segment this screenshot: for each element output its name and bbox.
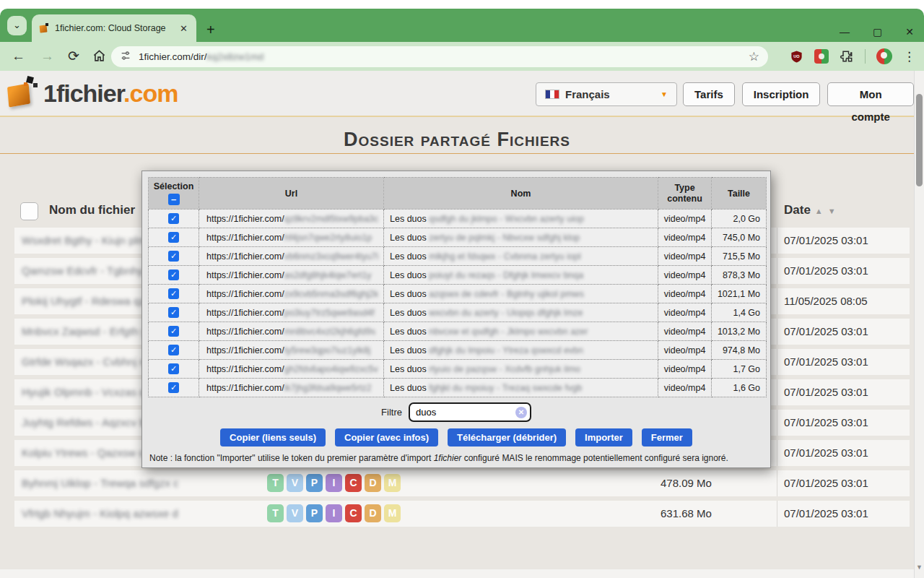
badge-p-icon[interactable]: P [306, 504, 323, 522]
new-tab-button[interactable]: + [206, 22, 215, 38]
modal-table-row: ✓ https://1fichier.com/zx9cvb5nma3sdf6gh… [149, 285, 767, 303]
row-name: Les duos rtyuio de pazqsw - Xcdvfb gnhju… [384, 360, 658, 379]
site-favicon-icon [39, 23, 49, 33]
selection-column-header: Sélection– [149, 178, 199, 210]
modal-table-row: ✓ https://1fichier.com/as2dfg8hjk4lqw7er… [149, 266, 767, 285]
badge-c-icon[interactable]: C [345, 474, 362, 492]
scrollbar-thumb[interactable] [916, 94, 923, 186]
select-all-indeterminate-checkbox[interactable]: – [168, 194, 180, 205]
row-checkbox-checked[interactable]: ✓ [168, 251, 179, 262]
row-name: Les duos fghjkl du mpoiuy - Trezaq swxcd… [384, 379, 658, 397]
file-name-redacted: Byhnmj Uiklop - Trewqa sdfgzx c [22, 477, 179, 489]
row-checkbox-checked[interactable]: ✓ [168, 345, 179, 355]
copy-with-info-button[interactable]: Copier (avec infos) [335, 428, 438, 447]
filter-row: Filtre ✕ [142, 402, 770, 422]
site-logo[interactable]: 1fichier.com [6, 75, 178, 111]
links-table-header: Sélection– Url Nom Type contenu Taille [149, 178, 767, 210]
badge-d-icon[interactable]: D [365, 474, 381, 492]
badge-i-icon[interactable]: I [326, 504, 342, 522]
row-content-type: video/mp4 [658, 247, 712, 266]
modal-table-row: ✓ https://1fichier.com/vb6nmz3xcq9wer4ty… [149, 247, 767, 266]
row-checkbox-checked[interactable]: ✓ [168, 307, 179, 318]
home-icon[interactable] [92, 49, 106, 67]
badge-v-icon[interactable]: V [287, 504, 303, 522]
maximize-button[interactable]: ▢ [873, 26, 882, 38]
badge-t-icon[interactable]: T [267, 474, 284, 492]
badge-d-icon[interactable]: D [365, 504, 381, 522]
badge-m-icon[interactable]: M [384, 504, 401, 522]
row-checkbox-checked[interactable]: ✓ [168, 382, 179, 393]
file-date: 11/05/2025 08:05 [784, 295, 868, 307]
badge-i-icon[interactable]: I [326, 474, 342, 492]
extension-face-icon[interactable] [814, 49, 829, 64]
inscription-button[interactable]: Inscription [742, 82, 821, 106]
page-scrollbar[interactable]: ▼ [914, 71, 924, 578]
filter-input[interactable] [409, 402, 531, 422]
row-checkbox-checked[interactable]: ✓ [168, 326, 179, 337]
tarifs-button[interactable]: Tarifs [683, 82, 735, 106]
row-checkbox-checked[interactable]: ✓ [168, 269, 179, 280]
badge-t-icon[interactable]: T [267, 504, 284, 522]
menu-dots-icon[interactable]: ⋮ [903, 49, 915, 64]
badge-c-icon[interactable]: C [345, 504, 362, 522]
profile-avatar[interactable] [876, 48, 892, 64]
row-content-type: video/mp4 [658, 303, 712, 322]
row-url: https://1fichier.com/as2dfg8hjk4lqw7ert1… [199, 266, 384, 285]
minimize-button[interactable]: — [840, 26, 850, 38]
badge-v-icon[interactable]: V [287, 474, 303, 492]
close-modal-button[interactable]: Fermer [642, 428, 692, 447]
modal-buttons: Copier (liens seuls) Copier (avec infos)… [142, 428, 770, 447]
date-column-header[interactable]: Date▲ ▼ [784, 203, 837, 217]
select-all-checkbox[interactable] [20, 202, 38, 220]
mon-compte-button[interactable]: Mon compte [827, 82, 914, 106]
row-checkbox-checked[interactable]: ✓ [168, 232, 179, 243]
extensions-puzzle-icon[interactable] [840, 49, 854, 64]
file-row[interactable]: Byhnmj Uiklop - Trewqa sdfgzx c TVPICDM … [14, 470, 910, 496]
sort-arrows-icon[interactable]: ▲ ▼ [815, 207, 837, 215]
import-button[interactable]: Importer [575, 428, 632, 447]
filter-label: Filtre [381, 407, 402, 418]
active-tab[interactable]: 1fichier.com: Cloud Storage ✕ [32, 14, 196, 42]
extensions-area: UO ⋮ [790, 46, 915, 66]
row-checkbox-checked[interactable]: ✓ [168, 288, 179, 299]
brand-tld: .com [123, 79, 178, 107]
brand-name: 1fichier [43, 79, 123, 107]
row-content-type: video/mp4 [658, 266, 712, 285]
bottom-strip [0, 569, 924, 578]
modal-table-row: ✓ https://1fichier.com/po3iuy7trz5qwe9as… [149, 303, 767, 322]
file-date: 07/01/2025 03:01 [784, 386, 868, 398]
url-bar[interactable]: 1fichier.com/dir/kq2x8zw1md ☆ [111, 46, 768, 67]
back-icon[interactable]: ← [12, 48, 25, 65]
taille-column-header: Taille [712, 178, 767, 210]
badge-p-icon[interactable]: P [306, 474, 323, 492]
file-badges: TVPICDM [267, 504, 401, 522]
shared-links-modal: Sélection– Url Nom Type contenu Taille ✓… [141, 171, 771, 468]
copy-links-only-button[interactable]: Copier (liens seuls) [220, 428, 326, 447]
row-size: 878,3 Mo [712, 266, 767, 285]
forward-icon[interactable]: → [40, 48, 54, 65]
row-content-type: video/mp4 [658, 322, 712, 341]
modal-table-row: ✓ https://1fichier.com/hf4jsn7qwe2rty8ui… [149, 228, 767, 247]
tab-close-icon[interactable]: ✕ [178, 23, 189, 34]
logo-cube-icon [6, 75, 39, 111]
bookmark-star-icon[interactable]: ☆ [749, 49, 759, 64]
close-button[interactable]: ✕ [905, 26, 914, 38]
row-checkbox-checked[interactable]: ✓ [168, 363, 179, 374]
reload-icon[interactable]: ⟳ [68, 48, 79, 65]
row-checkbox-checked[interactable]: ✓ [168, 213, 179, 224]
svg-text:UO: UO [793, 54, 800, 59]
modal-table-row: ✓ https://1fichier.com/qz8krv2mdl5txw9pb… [149, 210, 767, 228]
site-settings-icon[interactable] [120, 50, 131, 64]
tab-search-chevron-icon[interactable]: ⌄ [7, 16, 27, 35]
badge-m-icon[interactable]: M [384, 474, 401, 492]
ublock-shield-icon[interactable]: UO [790, 50, 803, 64]
toolbar-separator [865, 49, 866, 64]
scrollbar-down-icon[interactable]: ▼ [916, 564, 923, 571]
file-size: 478.09 Mo [661, 477, 712, 489]
row-name: Les duos dfghjk du lmpoiu - Ytreza qswxc… [384, 341, 658, 360]
language-selector[interactable]: Français ▼ [536, 82, 677, 106]
download-debrid-button[interactable]: Télécharger (débrider) [448, 428, 566, 447]
clear-filter-icon[interactable]: ✕ [515, 407, 527, 418]
file-row[interactable]: Vfrtgb Nhyujm - Kiolpq azwsxe d TVPICDM … [14, 501, 910, 527]
window-controls: — ▢ ✕ [840, 26, 914, 38]
